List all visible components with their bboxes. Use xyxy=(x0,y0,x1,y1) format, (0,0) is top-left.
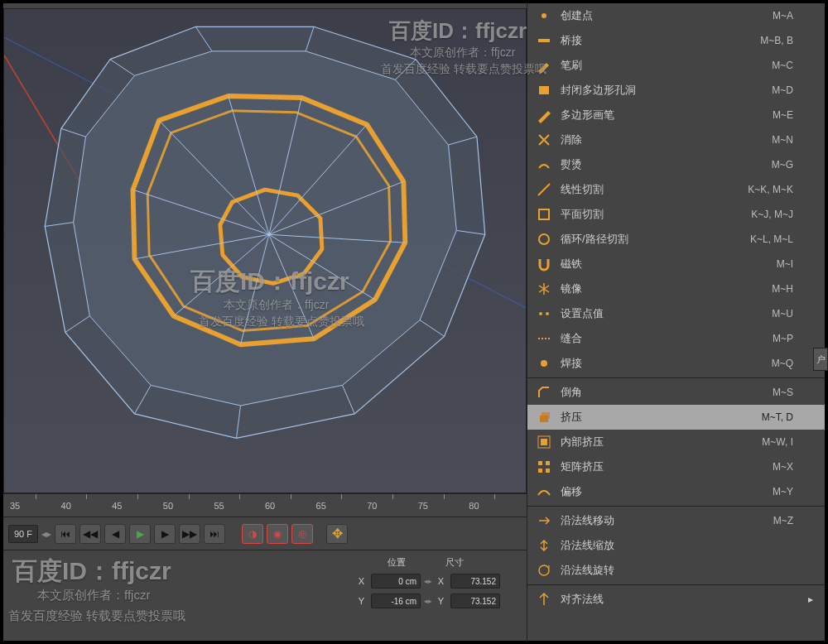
menu-item-bevel[interactable]: 倒角M~S xyxy=(527,380,825,405)
app-root: 35404550556065707580 90 F ◂▸ ⏮ ◀◀ ◀ ▶ ▶ … xyxy=(0,0,828,644)
menu-item-magnet[interactable]: 磁铁M~I xyxy=(527,252,825,276)
menu-item-matrix[interactable]: 矩阵挤压M~X xyxy=(527,454,825,479)
menu-item-iron[interactable]: 熨烫M~G xyxy=(527,152,825,177)
menu-item-slide2[interactable]: 沿法线缩放 xyxy=(527,533,825,558)
model-wireframe xyxy=(4,9,526,493)
slide3-icon xyxy=(536,562,552,579)
svg-rect-43 xyxy=(541,439,547,445)
menu-item-mirror[interactable]: 镜像M~H xyxy=(527,276,825,301)
menu-shortcut: M~S xyxy=(773,387,793,398)
y-pos-field[interactable]: -16 cm xyxy=(371,594,421,608)
menu-label: 消除 xyxy=(561,132,763,147)
menu-item-pen[interactable]: 多边形画笔M~E xyxy=(527,103,825,127)
pos-header: 位置 xyxy=(368,556,426,569)
timeline-tick: 55 xyxy=(214,501,265,511)
viewport-area: 35404550556065707580 90 F ◂▸ ⏮ ◀◀ ◀ ▶ ▶ … xyxy=(3,3,527,641)
play-button[interactable]: ▶ xyxy=(129,524,151,544)
menu-shortcut: M~X xyxy=(773,461,793,473)
menu-item-brush[interactable]: 笔刷M~C xyxy=(527,53,825,78)
menu-label: 封闭多边形孔洞 xyxy=(561,83,763,98)
menu-shortcut: M~C xyxy=(772,60,793,71)
menu-item-inset[interactable]: 内部挤压M~W, I xyxy=(527,430,825,454)
playback-bar: 90 F ◂▸ ⏮ ◀◀ ◀ ▶ ▶ ▶▶ ⏭ ◑ ◉ ◎ ✥ xyxy=(3,517,527,550)
svg-point-37 xyxy=(539,312,542,315)
timeline-ruler[interactable]: 35404550556065707580 xyxy=(3,493,527,517)
submenu-arrow-icon: ▸ xyxy=(805,594,816,605)
plane-icon xyxy=(536,206,552,223)
goto-start-button[interactable]: ⏮ xyxy=(55,524,76,544)
menu-item-slide[interactable]: 沿法线移动M~Z xyxy=(527,508,825,533)
menu-label: 线性切割 xyxy=(561,182,739,197)
x-pos-field[interactable]: 0 cm xyxy=(371,574,421,589)
menu-item-smooth[interactable]: 偏移M~Y xyxy=(527,479,825,504)
menu-item-extrude[interactable]: 挤压M~T, D xyxy=(527,405,825,430)
menu-label: 焊接 xyxy=(561,356,763,371)
move-tool-button[interactable]: ✥ xyxy=(326,524,348,544)
frame-end-field[interactable]: 90 F xyxy=(8,525,38,543)
side-tab[interactable]: 户 xyxy=(813,348,828,371)
menu-label: 桥接 xyxy=(561,33,752,48)
menu-item-del[interactable]: 消除M~N xyxy=(527,127,825,152)
svg-rect-41 xyxy=(542,412,550,419)
timeline-tick: 75 xyxy=(418,501,469,511)
menu-shortcut: M~I xyxy=(777,258,793,270)
timeline-tick: 35 xyxy=(10,501,61,511)
timeline-tick: 50 xyxy=(163,501,214,511)
menu-item-setpt[interactable]: 设置点值M~U xyxy=(527,301,825,326)
knife-icon xyxy=(536,181,552,198)
menu-item-loop[interactable]: 循环/路径切割K~L, M~L xyxy=(527,227,825,252)
size-header: 尺寸 xyxy=(426,556,484,569)
timeline-tick: 60 xyxy=(265,501,316,511)
extrude-icon xyxy=(536,409,552,425)
timeline-tick: 45 xyxy=(112,501,163,511)
menu-label: 矩阵挤压 xyxy=(561,459,764,474)
menu-item-plane[interactable]: 平面切割K~J, M~J xyxy=(527,202,825,227)
menu-label: 笔刷 xyxy=(561,58,763,73)
coordinates-panel: 位置 尺寸 X 0 cm ◂▸ X 73.152 Y -16 cm ◂▸ Y 7… xyxy=(3,550,527,641)
next-key-button[interactable]: ▶▶ xyxy=(179,524,200,544)
menu-label: 挤压 xyxy=(561,410,753,425)
y-size-field[interactable]: 73.152 xyxy=(450,594,500,608)
y-label: Y xyxy=(353,596,368,606)
keyframe-sel-button[interactable]: ◎ xyxy=(291,524,313,544)
menu-item-weld[interactable]: 焊接M~Q xyxy=(527,351,825,376)
menu-item-bridge[interactable]: 桥接M~B, B xyxy=(527,28,825,53)
timeline-tick: 40 xyxy=(61,501,113,511)
magnet-icon xyxy=(536,256,552,272)
prev-key-button[interactable]: ◀◀ xyxy=(79,524,101,544)
x-label: X xyxy=(353,576,368,586)
menu-shortcut: M~P xyxy=(773,333,793,344)
smooth-icon xyxy=(536,483,552,500)
viewport-3d[interactable] xyxy=(3,8,527,493)
next-frame-button[interactable]: ▶ xyxy=(154,524,176,544)
menu-label: 沿法线移动 xyxy=(561,513,765,528)
timeline-tick: 65 xyxy=(316,501,368,511)
menu-label: 平面切割 xyxy=(561,207,743,222)
menu-item-stitch[interactable]: 缝合M~P xyxy=(527,326,825,351)
menu-shortcut: M~B, B xyxy=(760,35,793,46)
menu-shortcut: M~Z xyxy=(773,515,793,526)
menu-item-dot[interactable]: 创建点M~A xyxy=(527,3,825,28)
menu-item-slide3[interactable]: 沿法线旋转 xyxy=(527,558,825,583)
menu-label: 倒角 xyxy=(561,385,764,400)
menu-label: 循环/路径切割 xyxy=(561,232,742,247)
menu-shortcut: M~H xyxy=(772,283,793,295)
menu-item-fill[interactable]: 封闭多边形孔洞M~D xyxy=(527,78,825,103)
x-size-field[interactable]: 73.152 xyxy=(450,574,500,589)
menu-item-normal[interactable]: 对齐法线▸ xyxy=(527,587,825,612)
menu-label: 内部挤压 xyxy=(561,435,753,449)
del-icon xyxy=(536,132,552,148)
menu-label: 创建点 xyxy=(561,8,764,23)
svg-rect-33 xyxy=(538,39,550,42)
menu-shortcut: M~Y xyxy=(773,486,793,497)
menu-item-knife[interactable]: 线性切割K~K, M~K xyxy=(527,177,825,202)
bridge-icon xyxy=(536,32,552,49)
context-menu[interactable]: 创建点M~A桥接M~B, B笔刷M~C封闭多边形孔洞M~D多边形画笔M~E消除M… xyxy=(527,3,825,641)
svg-point-36 xyxy=(539,234,549,244)
menu-label: 磁铁 xyxy=(561,257,768,272)
goto-end-button[interactable]: ⏭ xyxy=(204,524,225,544)
menu-shortcut: M~G xyxy=(772,159,793,171)
autokey-button[interactable]: ◉ xyxy=(267,524,288,544)
record-key-button[interactable]: ◑ xyxy=(242,524,263,544)
prev-frame-button[interactable]: ◀ xyxy=(104,524,126,544)
